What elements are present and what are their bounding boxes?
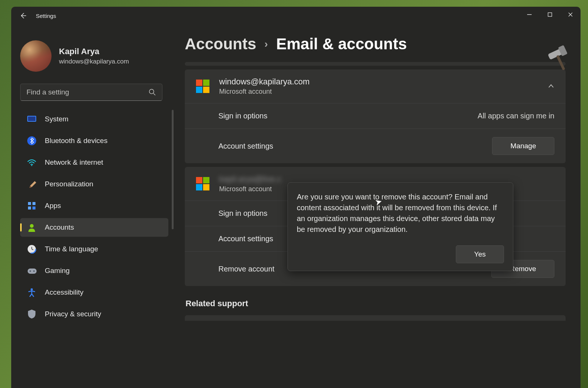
chevron-up-icon bbox=[548, 83, 554, 90]
back-arrow-icon bbox=[19, 12, 27, 19]
svg-point-16 bbox=[29, 270, 31, 272]
signin-options-row[interactable]: Sign in options All apps can sign me in bbox=[185, 103, 566, 128]
nav-list: System Bluetooth & devices Network & int… bbox=[20, 110, 174, 388]
search-icon bbox=[149, 89, 156, 96]
svg-point-2 bbox=[149, 89, 154, 94]
profile-name: Kapil Arya bbox=[59, 47, 129, 56]
row-label: Remove account bbox=[218, 265, 274, 273]
close-icon bbox=[568, 12, 573, 17]
row-label: Sign in options bbox=[218, 112, 267, 120]
svg-rect-11 bbox=[32, 207, 35, 209]
profile-block[interactable]: Kapil Arya windows@kapilarya.com bbox=[20, 31, 174, 81]
nav-label: Accounts bbox=[45, 223, 74, 232]
nav-label: System bbox=[45, 115, 68, 123]
maximize-button[interactable] bbox=[539, 7, 560, 22]
svg-rect-10 bbox=[28, 207, 31, 209]
yes-button[interactable]: Yes bbox=[456, 245, 504, 263]
nav-item-personalization[interactable]: Personalization bbox=[20, 175, 168, 193]
related-support-title: Related support bbox=[186, 299, 566, 308]
row-label: Account settings bbox=[218, 142, 273, 150]
card-divider bbox=[185, 62, 566, 66]
related-card[interactable] bbox=[185, 315, 566, 321]
svg-rect-15 bbox=[28, 269, 37, 274]
row-value: All apps can sign me in bbox=[477, 112, 554, 120]
svg-rect-8 bbox=[28, 202, 31, 205]
account-type: Microsoft account bbox=[219, 88, 309, 96]
breadcrumb-parent[interactable]: Accounts bbox=[185, 35, 256, 53]
nav-item-network[interactable]: Network & internet bbox=[20, 153, 168, 172]
gamepad-icon bbox=[27, 266, 37, 276]
nav-item-system[interactable]: System bbox=[20, 110, 168, 128]
nav-label: Bluetooth & devices bbox=[45, 137, 108, 145]
app-title: Settings bbox=[36, 13, 56, 19]
minimize-button[interactable] bbox=[519, 7, 539, 22]
breadcrumb-current: Email & accounts bbox=[276, 35, 407, 53]
nav-label: Time & language bbox=[45, 245, 98, 253]
profile-email: windows@kapilarya.com bbox=[59, 58, 129, 65]
svg-rect-9 bbox=[32, 202, 35, 205]
svg-point-18 bbox=[31, 288, 33, 291]
nav-label: Network & internet bbox=[45, 158, 103, 167]
nav-item-bluetooth[interactable]: Bluetooth & devices bbox=[20, 131, 168, 150]
nav-item-time[interactable]: Time & language bbox=[20, 240, 168, 258]
microsoft-logo-icon bbox=[196, 80, 209, 93]
nav-item-accounts[interactable]: Accounts bbox=[20, 218, 168, 237]
nav-label: Personalization bbox=[45, 180, 93, 188]
minimize-icon bbox=[527, 12, 532, 17]
back-button[interactable] bbox=[16, 8, 31, 23]
apps-icon bbox=[27, 201, 37, 211]
maximize-icon bbox=[548, 12, 552, 17]
svg-line-3 bbox=[153, 93, 155, 95]
svg-point-12 bbox=[30, 224, 34, 228]
nav-item-privacy[interactable]: Privacy & security bbox=[20, 305, 168, 323]
system-icon bbox=[27, 114, 37, 124]
nav-item-apps[interactable]: Apps bbox=[20, 196, 168, 215]
account-type: Microsoft account bbox=[219, 185, 281, 193]
chevron-right-icon: › bbox=[264, 38, 268, 50]
window-controls bbox=[519, 7, 581, 22]
nav-label: Privacy & security bbox=[45, 310, 101, 318]
breadcrumb: Accounts › Email & accounts bbox=[185, 35, 566, 53]
microsoft-logo-icon bbox=[196, 177, 209, 190]
confirm-remove-popup: Are you sure you want to remove this acc… bbox=[287, 182, 513, 271]
search-box[interactable] bbox=[20, 84, 162, 101]
nav-item-gaming[interactable]: Gaming bbox=[20, 261, 168, 280]
shield-icon bbox=[27, 309, 37, 319]
account-email-blurred: kapil.arya@live.c bbox=[219, 174, 281, 184]
account-email: windows@kapilarya.com bbox=[219, 77, 309, 87]
nav-label: Accessibility bbox=[45, 288, 83, 297]
manage-button[interactable]: Manage bbox=[492, 137, 554, 155]
svg-point-7 bbox=[31, 165, 32, 166]
svg-rect-5 bbox=[28, 117, 35, 121]
account-header[interactable]: windows@kapilarya.com Microsoft account bbox=[185, 69, 566, 103]
wifi-icon bbox=[27, 158, 37, 167]
svg-point-17 bbox=[33, 270, 35, 272]
nav-item-accessibility[interactable]: Accessibility bbox=[20, 283, 168, 302]
search-input[interactable] bbox=[27, 88, 149, 96]
row-label: Sign in options bbox=[218, 209, 267, 218]
settings-window: Settings Kapil Arya windows@kapilarya.co… bbox=[11, 7, 581, 388]
accounts-icon bbox=[27, 223, 37, 232]
svg-rect-1 bbox=[548, 13, 552, 16]
row-label: Account settings bbox=[218, 235, 273, 243]
account-card-1: windows@kapilarya.com Microsoft account … bbox=[185, 69, 566, 163]
nav-label: Apps bbox=[45, 202, 61, 210]
brush-icon bbox=[27, 179, 37, 189]
sidebar: Kapil Arya windows@kapilarya.com System … bbox=[11, 25, 174, 388]
account-settings-row: Account settings Manage bbox=[185, 128, 566, 163]
close-button[interactable] bbox=[560, 7, 581, 22]
avatar bbox=[20, 40, 52, 72]
svg-rect-21 bbox=[556, 55, 565, 70]
nav-label: Gaming bbox=[45, 267, 70, 275]
titlebar: Settings bbox=[11, 7, 581, 25]
accessibility-icon bbox=[27, 288, 37, 297]
bluetooth-icon bbox=[27, 136, 37, 146]
popup-message: Are you sure you want to remove this acc… bbox=[297, 192, 504, 235]
clock-icon bbox=[27, 244, 37, 254]
